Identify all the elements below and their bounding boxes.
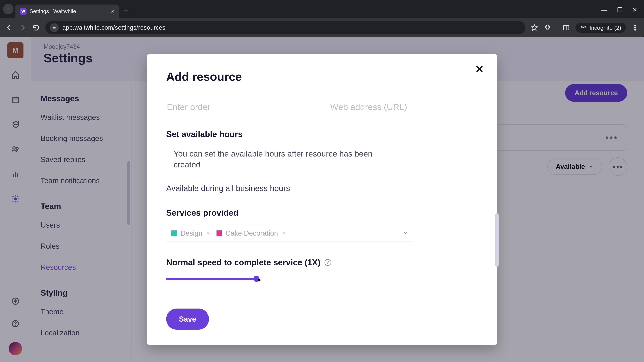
extensions-icon[interactable] [544,24,551,31]
swatch-icon [216,230,222,236]
service-label: Cake Decoration [226,229,278,237]
modal-scrollbar[interactable] [495,213,498,267]
tab-favicon: W [20,8,26,14]
add-resource-modal: ✕ Add resource Set available hours You c… [147,54,497,345]
svg-rect-0 [564,25,569,30]
tab-strip: W Settings | Waitwhile × + — ❐ ✕ [0,0,644,18]
hours-subtext: Available during all business hours [166,184,478,193]
service-label: Design [180,229,202,237]
modal-title: Add resource [166,70,478,83]
back-button[interactable] [5,23,14,32]
hours-description: You can set the available hours after re… [166,148,401,170]
app-viewport: M Moodjoy7434 Settings Messages Wai [0,37,644,362]
bookmark-icon[interactable] [530,24,538,31]
address-bar: app.waitwhile.com/settings/resources Inc… [0,18,644,37]
modal-overlay[interactable]: ✕ Add resource Set available hours You c… [0,37,644,362]
divider [556,24,557,31]
hours-heading: Set available hours [166,129,478,139]
browser-tab[interactable]: W Settings | Waitwhile × [15,4,119,18]
swatch-icon [172,230,177,236]
kebab-menu-icon[interactable] [631,24,639,31]
service-chip-design: Design × [172,229,210,237]
cursor-icon [257,278,262,284]
save-button[interactable]: Save [166,309,209,330]
reload-button[interactable] [32,23,40,32]
order-input[interactable] [166,99,314,114]
speed-heading: Normal speed to complete service (1X) ? [166,258,478,267]
incognito-indicator[interactable]: Incognito (2) [576,23,626,33]
incognito-icon [580,24,587,31]
incognito-label: Incognito (2) [590,24,621,31]
chevron-down-icon[interactable] [403,230,408,237]
url-input[interactable] [330,99,478,114]
svg-point-2 [634,25,636,26]
minimize-icon[interactable]: — [602,6,608,13]
services-heading: Services provided [166,208,478,218]
speed-slider[interactable] [166,275,478,283]
tab-close-icon[interactable]: × [111,8,114,14]
url-bar[interactable]: app.waitwhile.com/settings/resources [45,21,526,34]
window-controls: — ❐ ✕ [602,6,641,13]
slider-track [166,278,257,280]
tab-title: Settings | Waitwhile [30,8,108,14]
svg-point-4 [634,29,636,30]
close-icon[interactable]: ✕ [475,64,484,74]
close-window-icon[interactable]: ✕ [632,6,637,13]
help-tooltip-icon[interactable]: ? [324,259,331,266]
svg-point-3 [634,27,636,28]
forward-button[interactable] [18,23,27,32]
remove-chip-icon[interactable]: × [206,230,210,237]
service-chip-cake-decoration: Cake Decoration × [216,229,286,237]
new-tab-button[interactable]: + [124,6,128,15]
remove-chip-icon[interactable]: × [282,230,285,237]
url-text: app.waitwhile.com/settings/resources [62,24,165,31]
maximize-icon[interactable]: ❐ [617,6,622,13]
tab-search-button[interactable] [3,4,14,14]
sidepanel-icon[interactable] [562,24,570,31]
services-select[interactable]: Design × Cake Decoration × [166,225,414,242]
site-info-icon[interactable] [50,23,59,32]
